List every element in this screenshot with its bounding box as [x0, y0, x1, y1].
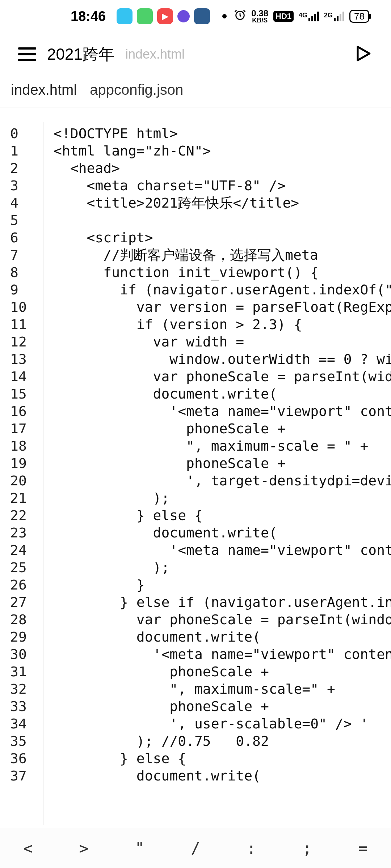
- code-line[interactable]: <title>2021跨年快乐</title>: [54, 194, 391, 212]
- line-number: 32: [0, 680, 43, 698]
- line-number: 16: [0, 403, 43, 420]
- tab-index-html[interactable]: index.html: [11, 82, 77, 98]
- code-line[interactable]: //判断客户端设备，选择写入meta: [54, 246, 391, 264]
- line-number: 4: [0, 194, 43, 212]
- code-line[interactable]: );: [54, 559, 391, 576]
- clock-time: 18:46: [71, 9, 106, 24]
- code-line[interactable]: <html lang="zh-CN">: [54, 142, 391, 159]
- code-line[interactable]: ", maximum-scale=" +: [54, 680, 391, 698]
- line-number: 19: [0, 455, 43, 472]
- code-line[interactable]: ", maximum-scale = " +: [54, 437, 391, 455]
- symbol-key-semicolon[interactable]: ;: [279, 828, 335, 868]
- symbol-key-quote[interactable]: ": [112, 828, 168, 868]
- line-number: 24: [0, 541, 43, 559]
- code-line[interactable]: var phoneScale = parseInt(window.screen.…: [54, 611, 391, 628]
- line-number: 7: [0, 246, 43, 264]
- code-line[interactable]: ); //0.75 0.82: [54, 732, 391, 750]
- line-number: 30: [0, 646, 43, 663]
- code-editor[interactable]: 0123456789101112131415161718192021222324…: [0, 107, 391, 825]
- line-number: 37: [0, 767, 43, 784]
- line-number: 20: [0, 472, 43, 489]
- line-number: 6: [0, 229, 43, 246]
- alarm-icon: [234, 9, 246, 24]
- symbol-key-slash[interactable]: /: [168, 828, 223, 868]
- line-number: 36: [0, 750, 43, 767]
- line-number-gutter: 0123456789101112131415161718192021222324…: [0, 122, 43, 825]
- status-bar: 18:46 ▶ 0.38 KB/S HD1 4G 2G 78: [0, 0, 391, 33]
- symbol-key-lt[interactable]: <: [0, 828, 56, 868]
- header-file-name: index.html: [125, 47, 185, 62]
- code-line[interactable]: '<meta name="viewport" content="width=5: [54, 541, 391, 559]
- code-line[interactable]: <!DOCTYPE html>: [54, 125, 391, 142]
- status-right: 0.38 KB/S HD1 4G 2G 78: [234, 9, 369, 24]
- notif-app-icon-2: [137, 8, 153, 24]
- net-speed: 0.38 KB/S: [251, 9, 268, 23]
- code-line[interactable]: );: [54, 489, 391, 507]
- notif-more-dot: [222, 14, 227, 18]
- line-number: 31: [0, 663, 43, 680]
- line-number: 26: [0, 576, 43, 593]
- line-number: 28: [0, 611, 43, 628]
- line-number: 12: [0, 333, 43, 350]
- line-number: 27: [0, 593, 43, 611]
- battery-indicator: 78: [349, 10, 369, 23]
- code-line[interactable]: } else if (navigator.userAgent.indexOf("…: [54, 593, 391, 611]
- line-number: 29: [0, 628, 43, 646]
- line-number: 14: [0, 368, 43, 385]
- code-line[interactable]: <meta charset="UTF-8" />: [54, 177, 391, 194]
- code-line[interactable]: <script>: [54, 229, 391, 246]
- line-number: 13: [0, 350, 43, 368]
- symbol-key-equals[interactable]: =: [335, 828, 391, 868]
- code-line[interactable]: window.outerWidth == 0 ? window.screen.w: [54, 350, 391, 368]
- code-line[interactable]: '<meta name="viewport" content="width=50: [54, 646, 391, 663]
- code-line[interactable]: phoneScale +: [54, 698, 391, 715]
- code-line[interactable]: phoneScale +: [54, 420, 391, 437]
- code-line[interactable]: document.write(: [54, 628, 391, 646]
- code-line[interactable]: document.write(: [54, 385, 391, 403]
- line-number: 34: [0, 715, 43, 732]
- notif-app-icon-5: [194, 8, 210, 24]
- code-line[interactable]: ', target-densitydpi=device-dpi">': [54, 472, 391, 489]
- line-number: 11: [0, 316, 43, 333]
- line-number: 18: [0, 437, 43, 455]
- code-line[interactable]: var phoneScale = parseInt(width) / 500;: [54, 368, 391, 385]
- line-number: 21: [0, 489, 43, 507]
- code-line[interactable]: document.write(: [54, 524, 391, 541]
- code-line[interactable]: }: [54, 576, 391, 593]
- line-number: 8: [0, 264, 43, 281]
- code-line[interactable]: if (version > 2.3) {: [54, 316, 391, 333]
- line-number: 22: [0, 507, 43, 524]
- code-content[interactable]: <!DOCTYPE html><html lang="zh-CN"> <head…: [43, 122, 391, 825]
- line-number: 15: [0, 385, 43, 403]
- code-line[interactable]: var width =: [54, 333, 391, 350]
- line-number: 17: [0, 420, 43, 437]
- code-line[interactable]: } else {: [54, 750, 391, 767]
- line-number: 23: [0, 524, 43, 541]
- line-number: 0: [0, 125, 43, 142]
- line-number: 33: [0, 698, 43, 715]
- symbol-key-gt[interactable]: >: [56, 828, 112, 868]
- run-button[interactable]: [353, 43, 373, 65]
- code-line[interactable]: var version = parseFloat(RegExp.$1);: [54, 298, 391, 316]
- code-line[interactable]: if (navigator.userAgent.indexOf("Android…: [54, 281, 391, 298]
- line-number: 9: [0, 281, 43, 298]
- line-number: 3: [0, 177, 43, 194]
- code-line[interactable]: phoneScale +: [54, 455, 391, 472]
- code-line[interactable]: document.write(: [54, 767, 391, 784]
- project-name[interactable]: 2021跨年: [47, 44, 114, 65]
- symbol-key-colon[interactable]: :: [223, 828, 279, 868]
- code-line[interactable]: function init_viewport() {: [54, 264, 391, 281]
- code-line[interactable]: '<meta name="viewport" content="width=5: [54, 403, 391, 420]
- code-line[interactable]: [54, 212, 391, 229]
- line-number: 25: [0, 559, 43, 576]
- file-tabs: index.html appconfig.json: [0, 76, 391, 107]
- notif-app-icon-3: ▶: [157, 8, 173, 24]
- code-line[interactable]: <head>: [54, 159, 391, 177]
- code-line[interactable]: } else {: [54, 507, 391, 524]
- code-line[interactable]: ', user-scalable=0" /> ': [54, 715, 391, 732]
- hamburger-menu-icon[interactable]: [18, 47, 36, 61]
- line-number: 1: [0, 142, 43, 159]
- tab-appconfig-json[interactable]: appconfig.json: [90, 82, 183, 98]
- code-line[interactable]: phoneScale +: [54, 663, 391, 680]
- status-left: 18:46 ▶: [71, 8, 227, 24]
